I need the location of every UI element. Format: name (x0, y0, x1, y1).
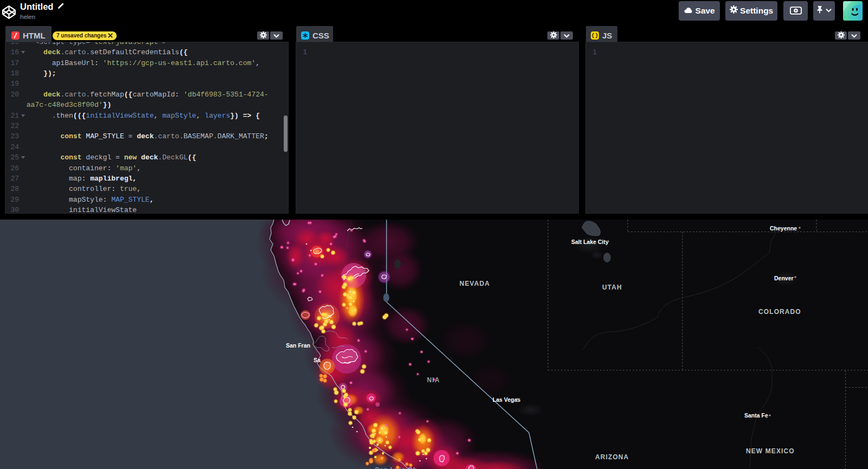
svg-text:San Luis Ob: San Luis Ob (375, 466, 417, 469)
svg-text:Cheyenne: Cheyenne (770, 225, 797, 232)
svg-text:Salt Lake City: Salt Lake City (571, 239, 609, 245)
svg-text:NIA: NIA (427, 376, 440, 384)
svg-text:NEW MEXICO: NEW MEXICO (746, 447, 795, 455)
svg-text:NEVADA: NEVADA (459, 280, 490, 287)
svg-text:Sa: Sa (314, 357, 321, 363)
svg-text:Las Vegas: Las Vegas (493, 396, 521, 403)
svg-text:ARIZONA: ARIZONA (595, 453, 629, 461)
svg-text:UTAH: UTAH (602, 284, 622, 291)
svg-text:San Fran: San Fran (286, 342, 310, 349)
svg-text:COLORADO: COLORADO (758, 308, 801, 316)
svg-text:Denver: Denver (774, 275, 794, 281)
svg-text:Santa Fe: Santa Fe (744, 412, 768, 419)
